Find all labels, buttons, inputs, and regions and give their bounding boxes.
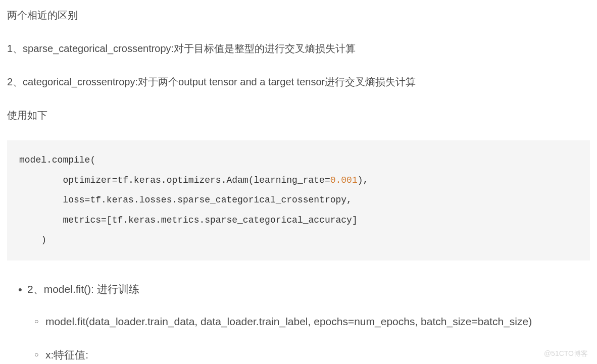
usage-label: 使用如下	[7, 107, 590, 123]
diff-item-1: 1、sparse_categorical_crossentropy:对于目标值是…	[7, 40, 590, 57]
code-text: ),	[358, 175, 369, 185]
code-line: metrics=[tf.keras.metrics.sparse_categor…	[19, 211, 578, 231]
code-number-literal: 0.001	[330, 175, 358, 185]
diff-item-2: 2、categorical_crossentropy:对于两个output te…	[7, 74, 590, 90]
intro-para: 两个相近的区别	[7, 7, 590, 23]
code-line: )	[19, 230, 578, 250]
list-item-text: 2、model.fit(): 进行训练	[27, 283, 139, 295]
sub-list-item: x:特征值:	[45, 345, 590, 364]
sub-list: model.fit(data_loader.train_data, data_l…	[27, 312, 590, 364]
sub-list-item: model.fit(data_loader.train_data, data_l…	[45, 312, 590, 332]
code-line: model.compile(	[19, 150, 578, 171]
list-item: 2、model.fit(): 进行训练 model.fit(data_loade…	[27, 281, 590, 364]
code-text: optimizer=tf.keras.optimizers.Adam(learn…	[19, 175, 330, 185]
code-line: optimizer=tf.keras.optimizers.Adam(learn…	[19, 171, 578, 191]
code-line: loss=tf.keras.losses.sparse_categorical_…	[19, 190, 578, 211]
bullet-list: 2、model.fit(): 进行训练 model.fit(data_loade…	[7, 281, 590, 364]
code-block: model.compile( optimizer=tf.keras.optimi…	[7, 140, 590, 261]
